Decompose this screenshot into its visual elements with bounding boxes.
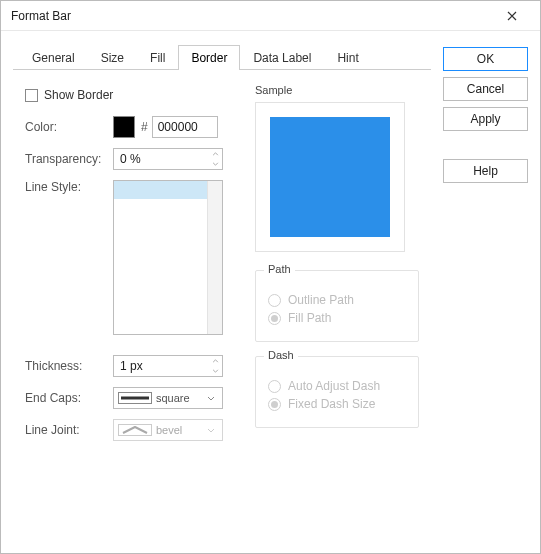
tab-general[interactable]: General [19,45,88,70]
sample-swatch [270,117,390,237]
line-style-label: Line Style: [25,180,113,194]
dialog-window: Format Bar General Size Fill Border Data… [0,0,541,554]
dash-group: Dash Auto Adjust Dash Fixed Dash Size [255,356,419,428]
tab-panel-border: Show Border Color: # Transparency: [13,69,431,541]
end-caps-combo[interactable]: square [113,387,223,409]
radio-icon [268,294,281,307]
end-caps-preview-icon [118,392,152,404]
titlebar: Format Bar [1,1,540,31]
line-joint-preview-icon [118,424,152,436]
dash-fixed-label: Fixed Dash Size [288,397,375,411]
spinner-down-icon[interactable] [208,366,222,376]
path-outline-radio[interactable]: Outline Path [268,293,406,307]
sample-label: Sample [255,84,419,96]
tab-data-label[interactable]: Data Label [240,45,324,70]
dash-fixed-radio[interactable]: Fixed Dash Size [268,397,406,411]
dialog-buttons: OK Cancel Apply Help [443,43,528,541]
line-joint-combo[interactable]: bevel [113,419,223,441]
show-border-row[interactable]: Show Border [25,84,235,106]
radio-icon [268,398,281,411]
show-border-label: Show Border [44,88,113,102]
sample-box [255,102,405,252]
dash-group-title: Dash [264,349,298,361]
window-title: Format Bar [11,9,492,23]
tab-border[interactable]: Border [178,45,240,70]
transparency-input[interactable] [113,148,223,170]
apply-button[interactable]: Apply [443,107,528,131]
ok-button[interactable]: OK [443,47,528,71]
close-icon[interactable] [492,2,532,30]
transparency-label: Transparency: [25,152,113,166]
spinner-down-icon[interactable] [208,159,222,169]
radio-icon [268,380,281,393]
line-joint-value: bevel [156,424,204,436]
path-group-title: Path [264,263,295,275]
dash-auto-radio[interactable]: Auto Adjust Dash [268,379,406,393]
line-joint-label: Line Joint: [25,423,113,437]
hash-symbol: # [141,120,148,134]
spinner-up-icon[interactable] [208,149,222,159]
path-fill-radio[interactable]: Fill Path [268,311,406,325]
scrollbar[interactable] [207,181,222,334]
color-swatch[interactable] [113,116,135,138]
path-fill-label: Fill Path [288,311,331,325]
tab-strip: General Size Fill Border Data Label Hint [13,43,431,69]
end-caps-label: End Caps: [25,391,113,405]
show-border-checkbox[interactable] [25,89,38,102]
tab-size[interactable]: Size [88,45,137,70]
transparency-spinner[interactable] [113,148,223,170]
thickness-input[interactable] [113,355,223,377]
color-label: Color: [25,120,113,134]
thickness-spinner[interactable] [113,355,223,377]
thickness-label: Thickness: [25,359,113,373]
color-hex-input[interactable] [152,116,218,138]
line-style-selected[interactable] [114,181,207,199]
radio-icon [268,312,281,325]
line-style-list[interactable] [113,180,223,335]
spinner-up-icon[interactable] [208,356,222,366]
path-group: Path Outline Path Fill Path [255,270,419,342]
dash-auto-label: Auto Adjust Dash [288,379,380,393]
chevron-down-icon [204,428,218,433]
tab-fill[interactable]: Fill [137,45,178,70]
cancel-button[interactable]: Cancel [443,77,528,101]
path-outline-label: Outline Path [288,293,354,307]
help-button[interactable]: Help [443,159,528,183]
end-caps-value: square [156,392,204,404]
tab-hint[interactable]: Hint [324,45,371,70]
chevron-down-icon [204,396,218,401]
